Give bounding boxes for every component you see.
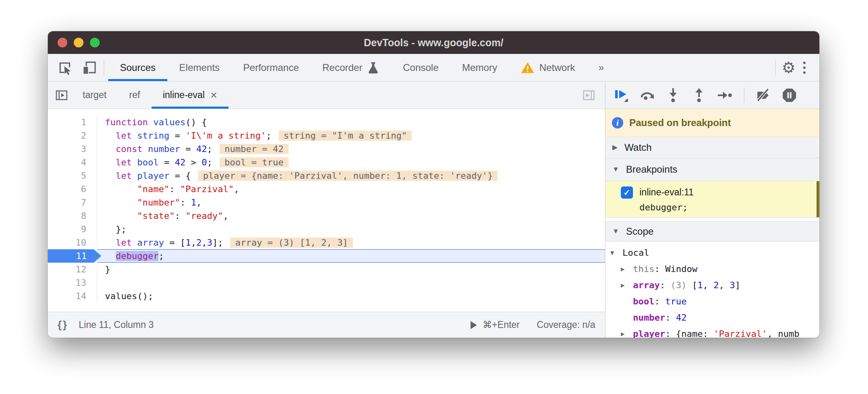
zoom-window-button[interactable] [90,38,100,47]
show-navigator-icon[interactable] [53,86,70,104]
code-editor[interactable]: 1function values() {2 let string = 'I\'m… [48,109,605,312]
device-toolbar-icon[interactable] [81,59,97,77]
scope-group-local[interactable]: ▼Local [605,245,819,261]
chevron-down-icon[interactable]: ▼ [610,245,622,261]
chevron-down-icon[interactable]: ▼ [612,227,619,236]
code-line: 6 "name": "Parzival", [48,182,605,196]
scope-variable-list: ▼Local▶this: Window▶array: (3) [1, 2, 3]… [605,242,819,338]
code-line: 3 const number = 42;number = 42 [48,142,605,156]
flask-icon [367,61,379,74]
code-text: "name": "Parzival", [97,182,605,196]
step-over-icon[interactable] [639,86,656,104]
line-number[interactable]: 14 [48,289,97,303]
line-number[interactable]: 4 [48,156,97,169]
paused-banner: i Paused on breakpoint [605,109,819,137]
breakpoint-entry-marker [817,181,819,217]
scope-var-number[interactable]: number: 42 [605,310,819,326]
cursor-position: Line 11, Column 3 [79,319,154,330]
tab-label: Memory [462,62,497,73]
line-number[interactable]: 2 [48,129,97,142]
tab-memory[interactable]: Memory [450,54,509,81]
show-debugger-panel-icon[interactable] [581,86,597,104]
debugger-sidebar: i Paused on breakpoint ▶ Watch ▼ Breakpo… [605,81,819,338]
step-out-icon[interactable] [691,86,708,104]
code-line: 4 let bool = 42 > 0;bool = true [48,156,605,169]
tab-label: Console [403,62,438,73]
tab-label: » [599,62,604,73]
close-window-button[interactable] [58,38,67,47]
resume-icon[interactable] [613,86,630,104]
pretty-print-icon[interactable]: {} [58,319,68,331]
line-number[interactable]: 1 [48,116,97,129]
line-number[interactable]: 8 [48,209,97,223]
scope-var-this[interactable]: ▶this: Window [605,261,819,277]
file-tab-bar: targetrefinline-eval× [48,81,605,109]
minimize-window-button[interactable] [74,38,83,47]
file-tab-ref[interactable]: ref [118,81,152,109]
breakpoints-section-header[interactable]: ▼ Breakpoints [605,158,819,181]
warning-icon [521,62,534,74]
play-icon [470,321,477,329]
line-number[interactable]: 13 [48,276,97,289]
scope-section-header[interactable]: ▼ Scope [605,221,819,242]
content-area: targetrefinline-eval× 1function values()… [48,81,819,338]
file-tab-inline-eval[interactable]: inline-eval× [152,81,229,109]
devtools-window: DevTools - www.google.com/ SourcesElemen… [48,31,819,338]
breakpoint-checkbox[interactable]: ✓ [621,186,633,199]
line-number[interactable]: 12 [48,263,97,276]
main-toolbar: SourcesElementsPerformanceRecorderConsol… [48,54,819,81]
tab-network[interactable]: Network [509,54,587,81]
code-text: "number": 1, [97,196,605,209]
traffic-lights [58,31,100,54]
breakpoints-label: Breakpoints [626,164,678,175]
line-number[interactable]: 5 [48,169,97,182]
tab-label: Elements [179,62,220,73]
execution-line-badge[interactable]: 11 [48,249,101,263]
tab-performance[interactable]: Performance [231,54,310,81]
breakpoint-entry[interactable]: ✓ inline-eval:11 debugger; [605,181,819,218]
tab-sources[interactable]: Sources [108,54,167,81]
tab-elements[interactable]: Elements [167,54,231,81]
line-number[interactable]: 7 [48,196,97,209]
info-icon: i [612,117,623,128]
pause-on-exceptions-icon[interactable] [781,86,798,104]
scope-var-bool[interactable]: bool: true [605,293,819,310]
paused-message: Paused on breakpoint [629,117,731,128]
step-into-icon[interactable] [665,86,682,104]
code-text: values(); [97,289,605,303]
tab-label: Network [539,62,575,73]
deactivate-breakpoints-icon[interactable] [755,86,772,104]
watch-section-header[interactable]: ▶ Watch [605,137,819,158]
tab-recorder[interactable]: Recorder [310,54,391,81]
inline-eval-widget: array = (3) [1, 2, 3] [230,238,353,248]
code-text: function values() { [97,116,605,129]
code-text: const number = 42;number = 42 [97,142,605,156]
inline-eval-widget: bool = true [220,157,289,167]
chevron-right-icon[interactable]: ▶ [621,326,633,338]
chevron-down-icon[interactable]: ▼ [612,165,619,173]
line-number[interactable]: 9 [48,223,97,236]
scope-var-player[interactable]: ▶player: {name: 'Parzival', numb [605,326,819,338]
file-tab-target[interactable]: target [71,81,118,109]
chevron-right-icon[interactable]: ▶ [621,277,633,293]
line-number[interactable]: 10 [48,236,97,249]
code-line: 5 let player = {player = {name: 'Parziva… [48,169,605,182]
code-text: } [97,263,605,276]
inspect-icon[interactable] [57,59,73,77]
code-text: let string = 'I\'m a string';string = "I… [97,129,605,142]
close-icon[interactable]: × [210,90,217,101]
step-icon[interactable] [716,86,733,104]
line-number[interactable]: 3 [48,142,97,156]
line-number[interactable]: 6 [48,182,97,196]
tab-console[interactable]: Console [391,54,450,81]
code-line: 1function values() { [48,116,605,129]
code-text: let player = {player = {name: 'Parzival'… [97,169,605,182]
file-tabs: targetrefinline-eval× [71,81,229,109]
kebab-menu-icon[interactable] [797,62,812,74]
breakpoint-location: inline-eval:11 [639,187,694,198]
chevron-right-icon[interactable]: ▶ [621,261,633,277]
gear-icon[interactable]: ⚙ [780,59,797,77]
scope-var-array[interactable]: ▶array: (3) [1, 2, 3] [605,277,819,293]
tab-more-tabs[interactable]: » [587,54,616,81]
chevron-right-icon[interactable]: ▶ [612,143,618,152]
